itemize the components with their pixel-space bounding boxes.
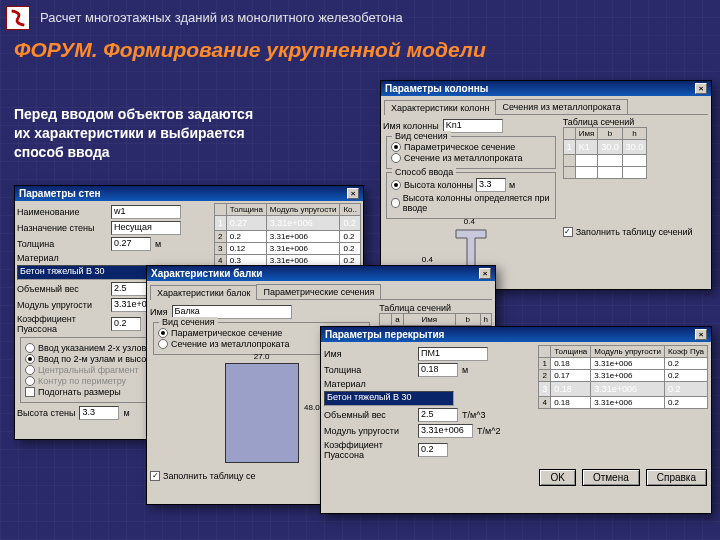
wall-name-input[interactable]: w1 xyxy=(111,205,181,219)
radio-label: Ввод указанием 2-х узлов xyxy=(38,343,146,353)
dialog-title: Характеристики балки xyxy=(151,268,262,279)
slab-material-select[interactable]: Бетон тяжелый B 30 xyxy=(324,391,454,406)
radio-label: Параметрическое сечение xyxy=(404,142,515,152)
radio-label: Сечение из металлопроката xyxy=(171,339,289,349)
slab-poisson-input[interactable]: 0.2 xyxy=(418,443,448,457)
unit-label: Т/м^3 xyxy=(462,410,485,420)
dialog-column-params: Параметры колонны × Характеристики колон… xyxy=(380,80,712,290)
label: Наименование xyxy=(17,207,107,217)
column-height-input[interactable]: 3.3 xyxy=(476,178,506,192)
label: Материал xyxy=(17,253,107,263)
slab-name-input[interactable]: ПМ1 xyxy=(418,347,488,361)
label: Таблица сечений xyxy=(563,117,709,127)
radio-label: Параметрическое сечение xyxy=(171,328,282,338)
tab-beam-props[interactable]: Характеристики балок xyxy=(150,285,257,300)
tab-metal-sections[interactable]: Сечения из металлопроката xyxy=(495,99,627,114)
close-icon[interactable]: × xyxy=(695,329,707,340)
group-title: Вид сечения xyxy=(159,317,218,327)
beam-section-preview: 27.0 48.0 xyxy=(225,363,299,463)
wall-poisson-input[interactable]: 0.2 xyxy=(111,317,141,331)
check-label: Заполнить таблицу сечений xyxy=(576,227,693,237)
slab-thickness-input[interactable]: 0.18 xyxy=(418,363,458,377)
label: Высота стены xyxy=(17,408,75,418)
radio-height-at-input[interactable]: Высота колонны определяется при вводе xyxy=(391,193,551,213)
close-icon[interactable]: × xyxy=(479,268,491,279)
label: Таблица сечений xyxy=(379,303,492,313)
check-label: Подогнать размеры xyxy=(38,387,121,397)
slab-grid[interactable]: ТолщинаМодуль упругостиКоэф Пуа10.183.31… xyxy=(538,345,708,409)
wall-purpose-input[interactable]: Несущая xyxy=(111,221,181,235)
wall-material-select[interactable]: Бетон тяжелый B 30 xyxy=(17,265,147,280)
group-title: Способ ввода xyxy=(392,167,456,177)
check-label: Заполнить таблицу се xyxy=(163,471,255,481)
label: Объемный вес xyxy=(324,410,414,420)
close-icon[interactable]: × xyxy=(347,188,359,199)
dim-label: 0.4 xyxy=(422,255,433,264)
radio-label: Центральный фрагмент xyxy=(38,365,139,375)
radio-label: Сечение из металлопроката xyxy=(404,153,522,163)
app-logo xyxy=(6,6,30,30)
wall-height-input[interactable]: 3.3 xyxy=(79,406,119,420)
dialog-title: Параметры колонны xyxy=(385,83,488,94)
unit-label: Т/м^2 xyxy=(477,426,500,436)
help-button[interactable]: Справка xyxy=(646,469,707,486)
caption-text: Перед вводом объектов задаются их характ… xyxy=(14,105,264,162)
label: Толщина xyxy=(17,239,107,249)
label: Модуль упругости xyxy=(17,300,107,310)
unit-label: м xyxy=(155,239,161,249)
unit-label: м xyxy=(462,365,468,375)
dialog-slab-params: Параметры перекрытия × ИмяПМ1 Толщина0.1… xyxy=(320,326,712,514)
radio-param-section[interactable]: Параметрическое сечение xyxy=(391,142,551,152)
dim-label: 48.0 xyxy=(304,403,320,412)
radio-label: Высота колонны xyxy=(404,180,473,190)
label: Коэффициент Пуассона xyxy=(17,314,107,334)
label: Имя колонны xyxy=(383,121,439,131)
label: Имя xyxy=(150,307,168,317)
radio-metal-section[interactable]: Сечение из металлопроката xyxy=(391,153,551,163)
label: Модуль упругости xyxy=(324,426,414,436)
section-table[interactable]: Имяbh 1K130.030.0 xyxy=(563,127,648,179)
dim-label: 27.0 xyxy=(226,352,298,361)
wall-thickness-input[interactable]: 0.27 xyxy=(111,237,151,251)
label: Коэффициент Пуассона xyxy=(324,440,414,460)
label: Имя xyxy=(324,349,414,359)
radio-label: Высота колонны определяется при вводе xyxy=(403,193,551,213)
label: Объемный вес xyxy=(17,284,107,294)
column-name-input[interactable]: Kn1 xyxy=(443,119,503,133)
ok-button[interactable]: OK xyxy=(539,469,575,486)
label: Материал xyxy=(324,379,414,389)
label: Толщина xyxy=(324,365,414,375)
unit-label: м xyxy=(509,180,515,190)
cancel-button[interactable]: Отмена xyxy=(582,469,640,486)
tab-param-sections[interactable]: Параметрические сечения xyxy=(256,284,381,299)
radio-col-height[interactable]: Высота колонны 3.3 м xyxy=(391,178,551,192)
label: Назначение стены xyxy=(17,223,107,233)
dialog-title: Параметры перекрытия xyxy=(325,329,444,340)
page-header: Расчет многоэтажных зданий из монолитног… xyxy=(40,10,403,25)
close-icon[interactable]: × xyxy=(695,83,707,94)
unit-label: м xyxy=(123,408,129,418)
tab-column-props[interactable]: Характеристики колонн xyxy=(384,100,496,115)
checkbox-fill-table[interactable]: Заполнить таблицу сечений xyxy=(563,227,709,237)
slab-modulus-input[interactable]: 3.31e+006 xyxy=(418,424,473,438)
radio-label: Контур по периметру xyxy=(38,376,126,386)
group-title: Вид сечения xyxy=(392,131,451,141)
slab-density-input[interactable]: 2.5 xyxy=(418,408,458,422)
page-title: ФОРУМ. Формирование укрупненной модели xyxy=(14,38,486,62)
dialog-title: Параметры стен xyxy=(19,188,101,199)
dim-label: 0.4 xyxy=(464,217,475,226)
